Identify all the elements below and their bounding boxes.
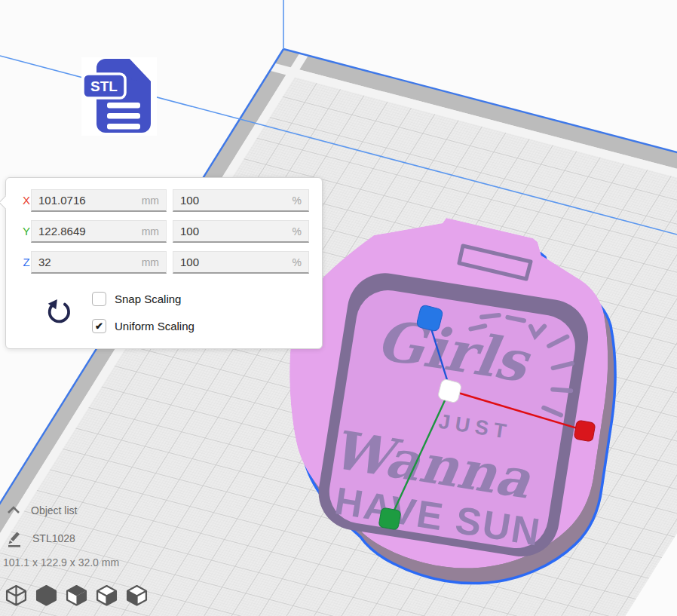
scale-y-mm-value: 122.8649 (38, 225, 86, 238)
cube-3d-view-icon (5, 584, 28, 607)
scale-y-mm-unit: mm (142, 225, 159, 238)
scale-z-mm-value: 32 (38, 256, 51, 268)
pencil-icon (6, 529, 23, 547)
scale-row-z: Z 32 mm 100 % (6, 251, 322, 274)
scale-x-percent-input[interactable]: 100 % (173, 189, 309, 212)
object-list-title: Object list (31, 504, 77, 516)
scale-z-percent-input[interactable]: 100 % (173, 251, 309, 274)
snap-scaling-checkbox[interactable] (92, 292, 106, 306)
scale-row-x: X 101.0716 mm 100 % (6, 189, 322, 212)
view-left-button[interactable] (95, 584, 118, 608)
scale-y-percent-input[interactable]: 100 % (173, 220, 309, 243)
cube-right-view-icon (125, 584, 149, 607)
scale-z-mm-input[interactable]: 32 mm (31, 251, 167, 274)
cura-3d-viewport: { "stl_icon": { "label": "STL", "color":… (0, 0, 677, 616)
cube-left-view-icon (95, 584, 118, 607)
view-top-button[interactable] (65, 584, 88, 608)
scale-y-percent-value: 100 (180, 225, 199, 238)
scale-row-y: Y 122.8649 mm 100 % (6, 220, 322, 243)
cube-front-view-icon (35, 584, 58, 607)
view-front-button[interactable] (35, 584, 58, 608)
view-right-button[interactable] (125, 584, 149, 608)
uniform-scaling-label: Uniform Scaling (115, 320, 195, 333)
scale-x-percent-unit: % (293, 195, 302, 207)
scale-x-percent-value: 100 (180, 194, 199, 207)
scale-z-percent-value: 100 (180, 256, 199, 268)
scale-y-percent-unit: % (293, 225, 302, 238)
object-list-header[interactable]: Object list (6, 504, 77, 516)
stl-badge-label: STL (90, 78, 118, 94)
view-3d-button[interactable] (5, 584, 28, 608)
x-scale-handle[interactable] (574, 420, 596, 442)
scale-tool-panel: X 101.0716 mm 100 % Y 122.8649 mm 100 % … (5, 177, 323, 349)
model-dimensions-label: 101.1 x 122.9 x 32.0 mm (3, 556, 119, 568)
object-list-item-name: STL1028 (32, 532, 75, 544)
uniform-scaling-checkbox[interactable]: ✔ (92, 319, 106, 333)
stl-file-icon: STL (81, 57, 157, 136)
scale-y-mm-input[interactable]: 122.8649 mm (31, 220, 167, 243)
reset-arrow-icon (44, 299, 73, 327)
object-list-item[interactable]: STL1028 (6, 529, 75, 547)
y-scale-handle[interactable] (378, 507, 401, 530)
cube-top-view-icon (65, 584, 88, 607)
view-preset-toolbar (5, 584, 149, 608)
scale-z-percent-unit: % (293, 256, 302, 268)
snap-scaling-row: Snap Scaling (92, 291, 181, 307)
scale-x-mm-value: 101.0716 (38, 194, 86, 207)
reset-scale-button[interactable] (44, 299, 74, 329)
snap-scaling-label: Snap Scaling (115, 293, 181, 305)
scale-x-mm-input[interactable]: 101.0716 mm (31, 189, 167, 212)
stl-document-icon: STL (81, 57, 157, 136)
uniform-scaling-row: ✔ Uniform Scaling (92, 318, 195, 334)
scale-z-mm-unit: mm (142, 256, 159, 268)
chevron-up-icon (6, 504, 21, 516)
scale-x-mm-unit: mm (142, 195, 159, 207)
